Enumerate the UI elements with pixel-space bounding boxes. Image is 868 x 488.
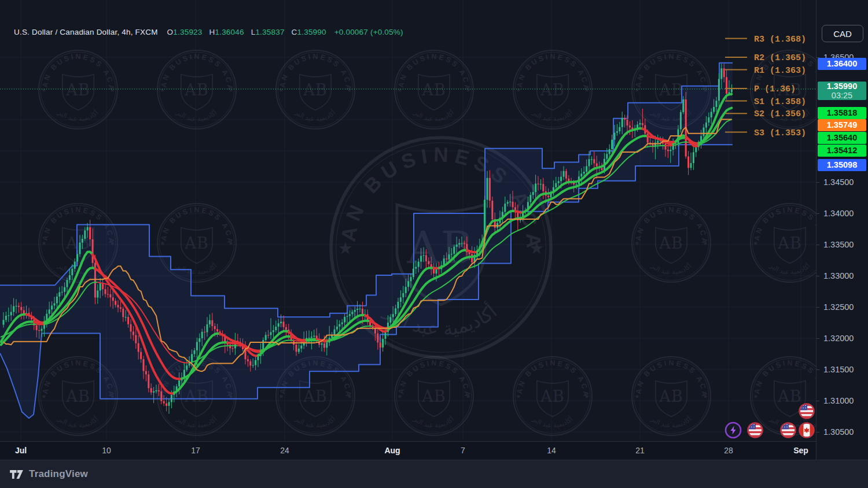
price-tick: 1.31000 — [823, 396, 854, 405]
svg-text:★: ★ — [703, 240, 708, 246]
bottom-toolbar: TradingView — [0, 460, 868, 488]
svg-text:★: ★ — [466, 87, 471, 93]
ohlc-key: H — [209, 28, 215, 36]
ohlc-values: O1.35923H1.36046L1.35837C1.35990 — [160, 28, 326, 36]
pivot-label: S3 (1.353) — [754, 128, 806, 138]
time-tick: Jul — [15, 446, 27, 455]
ohlc-value: 1.35837 — [255, 28, 284, 36]
us-flag-marker[interactable] — [781, 423, 796, 438]
price-tick: 1.33500 — [823, 240, 854, 249]
us-flag-marker[interactable] — [800, 404, 814, 419]
svg-text:★: ★ — [529, 239, 545, 257]
svg-text:★: ★ — [466, 393, 471, 400]
svg-text:AB: AB — [777, 387, 802, 405]
svg-text:★: ★ — [229, 87, 234, 93]
time-tick: Aug — [384, 446, 400, 455]
svg-text:★: ★ — [397, 87, 402, 93]
price-tickmark — [816, 182, 819, 183]
time-tick: 21 — [635, 446, 645, 455]
price-tickmark — [816, 401, 819, 401]
price-change: +0.00067 (+0.05%) — [334, 28, 403, 36]
price-chart-svg[interactable]: ARABIAN BUSINESS ACADEMYأكاديمية عبد الب… — [0, 0, 816, 441]
svg-text:★: ★ — [338, 239, 353, 257]
svg-text:★: ★ — [41, 240, 46, 246]
price-tick: 1.30500 — [823, 427, 854, 437]
svg-text:AB: AB — [303, 81, 328, 99]
chart-plot[interactable]: ARABIAN BUSINESS ACADEMYأكاديمية عبد الب… — [0, 0, 816, 441]
svg-text:★: ★ — [516, 87, 521, 93]
channel-upper-label: 1.36400 — [818, 58, 866, 70]
svg-text:★: ★ — [229, 240, 234, 246]
svg-text:AB: AB — [659, 81, 683, 99]
price-tick: 1.32000 — [823, 334, 854, 343]
us-flag-marker[interactable] — [748, 423, 763, 438]
app-root: ARABIAN BUSINESS ACADEMYأكاديمية عبد الب… — [0, 0, 868, 488]
svg-text:★: ★ — [516, 393, 521, 400]
svg-text:★: ★ — [41, 87, 46, 93]
tradingview-brand[interactable]: TradingView — [29, 468, 88, 480]
svg-text:AB: AB — [65, 81, 90, 99]
pivot-label: P (1.36) — [754, 84, 796, 94]
svg-text:AB: AB — [540, 387, 565, 405]
svg-text:ARABIAN BUSINESS ACADEMY: ARABIAN BUSINESS ACADEMY — [0, 0, 115, 92]
ca-flag-marker[interactable] — [800, 423, 814, 438]
svg-text:★: ★ — [634, 393, 639, 400]
price-tick: 1.34500 — [823, 178, 854, 187]
price-tick: 1.33000 — [823, 271, 854, 280]
svg-text:★: ★ — [278, 393, 284, 400]
svg-text:AB: AB — [184, 234, 209, 252]
svg-text:★: ★ — [753, 240, 758, 246]
time-tick: 14 — [547, 446, 556, 455]
time-tick: 7 — [461, 446, 465, 455]
price-tick: 1.34000 — [823, 209, 854, 218]
current-price-label: 1.3599003:25 — [818, 82, 866, 100]
time-tick: 10 — [102, 446, 111, 455]
time-axis[interactable]: Jul101724Aug7142128Sep — [0, 441, 816, 460]
pivot-label: S1 (1.358) — [754, 97, 806, 107]
svg-text:★: ★ — [110, 87, 115, 93]
svg-text:ARABIAN BUSINESS ACADEMY: ARABIAN BUSINESS ACADEMY — [0, 0, 816, 92]
chart-legend: U.S. Dollar / Canadian Dollar, 4h, FXCM … — [14, 28, 403, 36]
svg-text:★: ★ — [584, 87, 590, 93]
ohlc-value: 1.35923 — [173, 28, 202, 36]
ohlc-key: O — [167, 28, 174, 36]
ma-slow-label: 1.35412 — [818, 145, 866, 157]
bolt-marker[interactable] — [726, 423, 741, 438]
svg-text:ARABIAN BUSINESS ACADEMY: ARABIAN BUSINESS ACADEMY — [0, 0, 471, 92]
svg-text:AB: AB — [303, 387, 328, 405]
tradingview-logo-icon[interactable] — [9, 469, 24, 480]
svg-text:ARABIAN BUSINESS ACADEMY: ARABIAN BUSINESS ACADEMY — [0, 0, 590, 92]
ohlc-key: C — [292, 28, 297, 36]
bar-countdown: 03:25 — [818, 91, 866, 100]
price-tickmark — [816, 307, 819, 308]
price-tickmark — [816, 432, 819, 432]
svg-text:AB: AB — [421, 387, 446, 405]
price-tickmark — [816, 276, 819, 276]
time-tick: 24 — [280, 446, 289, 455]
svg-text:★: ★ — [347, 87, 352, 93]
time-tick: Sep — [793, 446, 808, 455]
ohlc-value: 1.36046 — [215, 28, 244, 36]
svg-text:AB: AB — [421, 81, 446, 99]
svg-text:★: ★ — [703, 393, 708, 400]
svg-text:★: ★ — [584, 393, 590, 400]
price-tick: 1.32500 — [823, 302, 854, 312]
kijun-label: 1.35749 — [818, 119, 866, 131]
svg-text:AB: AB — [777, 234, 802, 252]
current-price-value: 1.35990 — [818, 82, 866, 91]
price-axis[interactable]: CAD 1.365001.345001.340001.335001.330001… — [816, 0, 868, 460]
svg-text:★: ★ — [41, 393, 46, 400]
svg-text:AB: AB — [659, 234, 683, 252]
svg-text:ARABIAN BUSINESS ACADEMY: ARABIAN BUSINESS ACADEMY — [0, 0, 234, 92]
svg-text:AB: AB — [540, 81, 565, 99]
currency-button[interactable]: CAD — [822, 25, 863, 42]
time-tick: 17 — [191, 446, 200, 455]
symbol-title[interactable]: U.S. Dollar / Canadian Dollar, 4h, FXCM — [14, 28, 158, 36]
ma-mid-label: 1.35640 — [818, 132, 866, 144]
svg-text:★: ★ — [347, 393, 352, 400]
svg-text:★: ★ — [634, 240, 639, 246]
watermark-seal: ARABIAN BUSINESS ACADEMYأكاديمية عبد الب… — [0, 0, 473, 129]
price-tickmark — [816, 245, 819, 245]
pivot-label: S2 (1.356) — [754, 109, 806, 119]
svg-text:★: ★ — [397, 393, 402, 400]
